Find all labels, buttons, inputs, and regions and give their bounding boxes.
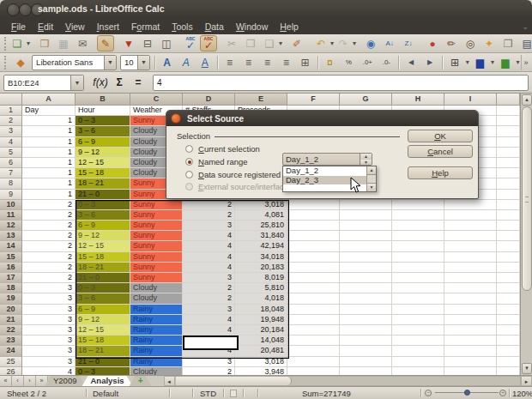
radio-button-icon[interactable] — [185, 183, 193, 190]
font-size-combobox[interactable]: 10▼ — [120, 55, 150, 70]
cell-E25[interactable]: 3,018 — [235, 357, 287, 367]
vertical-scrollbar-thumb[interactable] — [522, 106, 532, 291]
cell[interactable] — [497, 346, 520, 356]
cell[interactable] — [392, 305, 444, 315]
cell[interactable] — [497, 336, 520, 346]
column-header-C[interactable]: C — [130, 94, 183, 106]
cell[interactable] — [340, 346, 392, 356]
cell-C11[interactable]: Sunny — [130, 210, 183, 221]
cell[interactable] — [497, 178, 520, 189]
menu-item-window[interactable]: Window — [230, 20, 274, 33]
ok-button[interactable]: OK — [408, 130, 473, 142]
cell-D26[interactable]: 2 — [183, 367, 235, 375]
cell-A25[interactable]: 3 — [22, 357, 76, 367]
cell-C18[interactable]: Cloudy — [130, 283, 183, 293]
print-icon[interactable]: ⊟ — [138, 35, 157, 51]
cell-B5[interactable]: 9 – 12 — [76, 148, 130, 158]
clone-formatting-icon[interactable]: ✐ — [287, 35, 306, 51]
font-size-dropdown-icon[interactable]: ▼ — [137, 56, 149, 70]
column-header-D[interactable]: D — [183, 94, 235, 106]
cell-D24[interactable]: 4 — [183, 346, 235, 356]
cell-C12[interactable]: Sunny — [130, 221, 183, 231]
cell-A7[interactable]: 1 — [22, 168, 76, 178]
cell-A8[interactable]: 1 — [22, 178, 76, 189]
cell-D25[interactable]: 3 — [183, 357, 235, 367]
align-right-icon[interactable]: ≡ — [258, 54, 277, 70]
cell-A1[interactable]: Day — [22, 106, 76, 116]
border-color-dropdown-icon[interactable]: ▾ — [515, 54, 521, 70]
named-range-combobox[interactable]: Day_1_2 ▲▼ — [282, 153, 372, 166]
column-header-H[interactable]: H — [392, 94, 444, 106]
cell-B14[interactable]: 12 – 15 — [76, 241, 130, 251]
row-header-9[interactable]: 9 — [0, 190, 22, 200]
cell[interactable] — [497, 263, 520, 273]
cell-C13[interactable]: Sunny — [130, 231, 183, 241]
cell-E16[interactable]: 20,183 — [235, 263, 287, 273]
column-header-partial[interactable] — [497, 94, 520, 106]
cell-E10[interactable]: 3,018 — [235, 200, 287, 210]
cell[interactable] — [287, 325, 340, 336]
row-header-23[interactable]: 23 — [0, 336, 22, 346]
cell[interactable] — [497, 158, 520, 168]
cell[interactable] — [287, 293, 340, 304]
cell[interactable] — [497, 283, 520, 293]
cell-D22[interactable]: 4 — [183, 325, 235, 336]
cell[interactable] — [287, 283, 340, 293]
cell[interactable] — [340, 221, 392, 231]
cell-B18[interactable]: 0 – 3 — [76, 283, 130, 293]
cell[interactable] — [287, 210, 340, 221]
cell[interactable] — [287, 221, 340, 231]
sheet-tab-y2009[interactable]: Y2009 — [45, 376, 85, 386]
cell-E22[interactable]: 20,184 — [235, 325, 287, 336]
underline-icon[interactable]: A — [196, 54, 215, 70]
cell[interactable] — [444, 273, 497, 283]
row-header-1[interactable]: 1 — [0, 106, 22, 116]
cell[interactable] — [392, 346, 444, 356]
percent-icon[interactable]: % — [339, 54, 358, 70]
cell[interactable] — [287, 305, 340, 315]
radio-external-source-interface[interactable]: External source/interface — [185, 182, 288, 191]
cell[interactable] — [497, 106, 520, 116]
auto-spellcheck-icon[interactable]: ABC✓ — [200, 35, 217, 51]
show-draw-functions-icon[interactable]: ✏ — [442, 35, 461, 51]
formula-input[interactable]: 4 — [153, 75, 529, 91]
cell[interactable] — [497, 126, 520, 136]
font-name-combobox[interactable]: Liberation Sans▼ — [32, 55, 117, 70]
cell[interactable] — [340, 283, 392, 293]
cell-A15[interactable]: 2 — [22, 252, 76, 263]
cell[interactable] — [392, 273, 444, 283]
cell-D14[interactable]: 4 — [183, 241, 235, 251]
scroll-up-icon[interactable]: ▲ — [522, 94, 532, 106]
cell-B10[interactable]: 0 – 3 — [76, 200, 130, 210]
cell-B21[interactable]: 9 – 12 — [76, 315, 130, 325]
decrease-indent-icon[interactable]: ◀ — [402, 54, 420, 70]
cell[interactable] — [340, 231, 392, 241]
cell[interactable] — [287, 367, 340, 375]
cell[interactable] — [444, 221, 497, 231]
toolbar-drag-handle[interactable] — [4, 37, 6, 51]
row-header-25[interactable]: 25 — [0, 357, 22, 367]
radio-button-icon[interactable] — [185, 145, 193, 153]
cell[interactable] — [287, 357, 340, 367]
cell[interactable] — [287, 336, 340, 346]
vertical-scrollbar[interactable]: ▲ ▼ — [520, 94, 532, 375]
cancel-button[interactable]: Cancel — [408, 145, 473, 158]
cell[interactable] — [444, 200, 497, 210]
print-preview-icon[interactable]: ◫ — [157, 35, 176, 51]
cell[interactable] — [287, 252, 340, 263]
row-header-24[interactable]: 24 — [0, 346, 22, 356]
cell[interactable] — [340, 325, 392, 336]
cell[interactable] — [444, 336, 497, 346]
cell[interactable] — [392, 241, 444, 251]
cell-E18[interactable]: 5,810 — [235, 283, 287, 293]
cell[interactable] — [340, 210, 392, 221]
cell[interactable] — [444, 293, 497, 304]
cell[interactable] — [497, 273, 520, 283]
cell[interactable] — [340, 293, 392, 304]
sheet-nav-previous-icon[interactable]: ‹ — [12, 376, 24, 386]
cell[interactable] — [444, 315, 497, 325]
cell-E21[interactable]: 19,948 — [235, 315, 287, 325]
cell-D20[interactable]: 3 — [183, 305, 235, 315]
cell-A16[interactable]: 2 — [22, 263, 76, 273]
new-dropdown-icon[interactable]: ▾ — [27, 35, 30, 51]
